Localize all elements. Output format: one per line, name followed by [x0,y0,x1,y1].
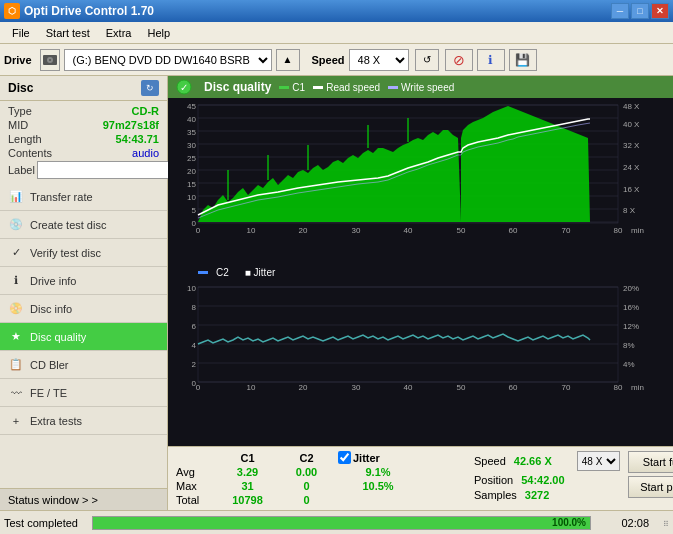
disc-label-input[interactable] [37,161,170,179]
svg-text:min: min [631,383,644,392]
speed-info-panel: Speed 42.66 X 48 X Position 54:42.00 Sam… [474,451,620,506]
drive-bar: Drive (G:) BENQ DVD DD DW1640 BSRB ▲ Spe… [0,44,673,76]
menu-help[interactable]: Help [139,25,178,41]
svg-text:10: 10 [187,284,196,293]
disc-section-header: Disc ↻ [0,76,167,101]
chart1-container: 45 40 35 30 25 20 15 10 5 0 48 X 40 X 32… [168,98,673,265]
samples-key: Samples [474,489,517,501]
avg-jitter: 9.1% [338,466,418,478]
chart-legend: C1 Read speed Write speed [279,82,454,93]
drive-info-icon: ℹ [8,273,24,289]
svg-text:15: 15 [187,180,196,189]
svg-text:8%: 8% [623,341,635,350]
svg-text:80: 80 [614,226,623,235]
disc-info-label: Disc info [30,303,72,315]
chart-header: ✓ Disc quality C1 Read speed Write speed [168,76,673,98]
svg-text:✓: ✓ [180,82,188,93]
stats-table: C1 C2 Jitter Avg 3.29 0.00 9.1% Max [176,451,456,506]
max-c1: 31 [220,480,275,492]
svg-text:40: 40 [187,115,196,124]
progress-label: 100.0% [552,517,586,528]
drive-icon [40,49,60,71]
svg-text:0: 0 [196,226,201,235]
disc-quality-icon: ★ [8,329,24,345]
menu-file[interactable]: File [4,25,38,41]
speed-selector[interactable]: 48 X [349,49,409,71]
sidebar-item-create-test-disc[interactable]: 💿 Create test disc [0,211,167,239]
svg-text:35: 35 [187,128,196,137]
speed-key: Speed [474,455,506,467]
svg-text:min: min [631,226,644,235]
menu-extra[interactable]: Extra [98,25,140,41]
status-window-button[interactable]: Status window > > [0,488,167,510]
sidebar-item-extra-tests[interactable]: + Extra tests [0,407,167,435]
avg-c2: 0.00 [279,466,334,478]
info-button[interactable]: ℹ [477,49,505,71]
eject-button[interactable]: ▲ [276,49,300,71]
sidebar-item-transfer-rate[interactable]: 📊 Transfer rate [0,183,167,211]
svg-text:50: 50 [457,383,466,392]
charts-container: 45 40 35 30 25 20 15 10 5 0 48 X 40 X 32… [168,98,673,446]
svg-text:40 X: 40 X [623,120,640,129]
svg-text:24 X: 24 X [623,163,640,172]
chart2-legend: C2 ■ Jitter [168,265,673,280]
minimize-button[interactable]: ─ [611,3,629,19]
sidebar-item-disc-info[interactable]: 📀 Disc info [0,295,167,323]
c1-legend-label: C1 [292,82,305,93]
svg-rect-50 [198,287,618,382]
svg-text:20: 20 [299,383,308,392]
svg-text:4: 4 [192,341,197,350]
start-full-button[interactable]: Start full [628,451,673,473]
disc-info-panel: Type CD-R MID 97m27s18f Length 54:43.71 … [0,101,167,183]
svg-text:40: 40 [404,226,413,235]
svg-text:16%: 16% [623,303,639,312]
main-layout: Disc ↻ Type CD-R MID 97m27s18f Length 54… [0,76,673,510]
disc-info-icon: 📀 [8,301,24,317]
title-bar: ⬡ Opti Drive Control 1.70 ─ □ ✕ [0,0,673,22]
svg-text:10: 10 [247,383,256,392]
sidebar-item-fe-te[interactable]: 〰 FE / TE [0,379,167,407]
resize-handle[interactable]: ⠿ [657,517,669,529]
sidebar-item-verify-test-disc[interactable]: ✓ Verify test disc [0,239,167,267]
status-window-label: Status window > > [8,494,98,506]
close-button[interactable]: ✕ [651,3,669,19]
fe-te-icon: 〰 [8,385,24,401]
svg-text:5: 5 [192,206,197,215]
speed-val: 42.66 X [514,455,569,467]
jitter-legend-label: ■ Jitter [245,267,276,278]
maximize-button[interactable]: □ [631,3,649,19]
progress-bar-fill: 100.0% [93,517,590,529]
speed-dropdown[interactable]: 48 X [577,451,620,471]
start-part-button[interactable]: Start part [628,476,673,498]
disc-section-title: Disc [8,81,33,95]
refresh-button[interactable]: ↺ [415,49,439,71]
sidebar-item-cd-bler[interactable]: 📋 CD Bler [0,351,167,379]
c1-legend-dot [279,86,289,89]
cd-bler-label: CD Bler [30,359,69,371]
fe-te-label: FE / TE [30,387,67,399]
menu-start-test[interactable]: Start test [38,25,98,41]
sidebar-item-disc-quality[interactable]: ★ Disc quality [0,323,167,351]
max-jitter: 10.5% [338,480,418,492]
col-c2-header: C2 [279,452,334,464]
jitter-checkbox[interactable] [338,451,351,464]
svg-text:16 X: 16 X [623,185,640,194]
svg-text:12%: 12% [623,322,639,331]
disc-refresh-button[interactable]: ↻ [141,80,159,96]
chart1-svg: 45 40 35 30 25 20 15 10 5 0 48 X 40 X 32… [168,100,673,235]
col-c1-header: C1 [220,452,275,464]
svg-text:60: 60 [509,226,518,235]
svg-text:32 X: 32 X [623,141,640,150]
transfer-rate-icon: 📊 [8,189,24,205]
svg-text:2: 2 [192,360,197,369]
c2-dot [198,271,208,274]
read-speed-legend-label: Read speed [326,82,380,93]
contents-value: audio [132,147,159,159]
drive-selector[interactable]: (G:) BENQ DVD DD DW1640 BSRB [64,49,272,71]
avg-label: Avg [176,466,216,478]
clear-button[interactable]: ⊘ [445,49,473,71]
sidebar-item-drive-info[interactable]: ℹ Drive info [0,267,167,295]
extra-tests-icon: + [8,413,24,429]
action-buttons: Start full Start part [628,451,673,506]
save-button[interactable]: 💾 [509,49,537,71]
